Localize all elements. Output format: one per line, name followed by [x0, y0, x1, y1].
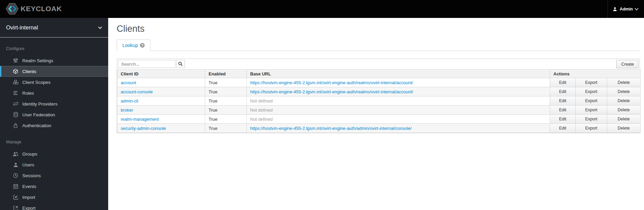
delete-button[interactable]: Delete	[607, 96, 640, 105]
user-menu[interactable]: Admin	[607, 0, 644, 18]
sidebar-nav: ConfigureRealm SettingsClientsClient Sco…	[0, 42, 108, 210]
sidebar-item-label: Users	[22, 162, 34, 167]
client-id-cell: admin-cli	[117, 96, 205, 106]
search-icon	[178, 62, 183, 66]
actions-cell: EditExportDelete	[550, 106, 641, 115]
keycloak-logo[interactable]: KEYCLOAK	[5, 3, 62, 15]
delete-button[interactable]: Delete	[607, 106, 640, 114]
column-header-client-id: Client ID	[117, 70, 205, 78]
chevron-down-icon	[98, 25, 102, 29]
sidebar: Ovirt-internal ConfigureRealm SettingsCl…	[0, 18, 108, 210]
page-title: Clients	[117, 24, 640, 34]
sidebar-item-label: Realm Settings	[22, 58, 53, 63]
tab-lookup-label: Lookup	[122, 43, 138, 48]
create-button[interactable]: Create	[616, 60, 639, 68]
sidebar-item-client-scopes[interactable]: Client Scopes	[0, 77, 108, 88]
actions-cell: EditExportDelete	[550, 115, 641, 124]
export-button[interactable]: Export	[575, 87, 607, 96]
base-url-link[interactable]: https://hostvm-engine-455-2.lgsm.int/ovi…	[250, 126, 412, 131]
tab-lookup[interactable]: Lookup ?	[117, 40, 150, 51]
client-id-link[interactable]: admin-cli	[121, 98, 138, 103]
client-id-link[interactable]: broker	[121, 108, 133, 113]
client-id-cell: security-admin-console	[117, 124, 205, 133]
delete-button[interactable]: Delete	[607, 115, 640, 123]
sidebar-item-groups[interactable]: Groups	[0, 148, 108, 159]
cubes-icon	[13, 79, 19, 85]
users-icon	[13, 151, 19, 157]
sidebar-item-export[interactable]: Export	[0, 203, 108, 210]
clock-icon	[13, 173, 19, 179]
sidebar-item-identity-providers[interactable]: Identity Providers	[0, 98, 108, 109]
edit-button[interactable]: Edit	[550, 115, 575, 123]
user-icon	[13, 162, 19, 168]
sidebar-item-realm-settings[interactable]: Realm Settings	[0, 55, 108, 66]
sidebar-item-label: Groups	[22, 151, 37, 157]
cube-icon	[13, 69, 19, 74]
column-header-base-url: Base URL	[247, 70, 550, 78]
sidebar-item-users[interactable]: Users	[0, 159, 108, 170]
nav-section-configure: ConfigureRealm SettingsClientsClient Sco…	[0, 42, 108, 131]
export-button[interactable]: Export	[575, 78, 607, 87]
base-url-cell: https://hostvm-engine-455-2.lgsm.int/ovi…	[247, 87, 550, 96]
client-id-link[interactable]: account	[121, 80, 136, 85]
sidebar-item-label: Export	[22, 206, 35, 210]
sidebar-item-authentication[interactable]: Authentication	[0, 120, 108, 131]
edit-button[interactable]: Edit	[550, 124, 575, 133]
delete-button[interactable]: Delete	[607, 87, 640, 96]
sidebar-item-label: Sessions	[22, 173, 41, 178]
base-url-cell: https://hostvm-engine-455-2.lgsm.int/ovi…	[247, 124, 550, 133]
edit-button[interactable]: Edit	[550, 87, 575, 96]
database-icon	[13, 112, 19, 118]
question-icon[interactable]: ?	[140, 43, 145, 48]
edit-button[interactable]: Edit	[550, 78, 575, 87]
sliders-icon	[13, 58, 19, 64]
main-content: Clients Lookup ? Create Client IDEnabled…	[108, 18, 644, 210]
exchange-icon	[13, 101, 19, 107]
edit-button[interactable]: Edit	[550, 96, 575, 105]
base-url-link[interactable]: https://hostvm-engine-455-2.lgsm.int/ovi…	[250, 89, 413, 94]
sidebar-item-label: User Federation	[22, 112, 55, 117]
table-header-row: Client IDEnabledBase URLActions	[117, 70, 641, 78]
delete-button[interactable]: Delete	[607, 78, 640, 87]
clients-table: Client IDEnabledBase URLActions accountT…	[117, 69, 641, 133]
base-url-not-defined: Not defined	[250, 98, 273, 103]
delete-button[interactable]: Delete	[607, 124, 640, 133]
actions-cell: EditExportDelete	[550, 87, 641, 96]
column-header-enabled: Enabled	[205, 70, 247, 78]
table-row: realm-managementTrueNot definedEditExpor…	[117, 115, 641, 124]
base-url-link[interactable]: https://hostvm-engine-455-2.lgsm.int/ovi…	[250, 80, 413, 85]
brand-text: KEYCLOAK	[21, 5, 62, 13]
search-input[interactable]	[118, 60, 175, 68]
sidebar-item-roles[interactable]: Roles	[0, 88, 108, 98]
export-button[interactable]: Export	[575, 124, 607, 133]
export-button[interactable]: Export	[575, 115, 607, 123]
sidebar-item-clients[interactable]: Clients	[0, 66, 108, 77]
base-url-not-defined: Not defined	[250, 117, 273, 122]
edit-button[interactable]: Edit	[550, 106, 575, 114]
sidebar-item-label: Authentication	[22, 123, 51, 128]
nav-section-label: Configure	[0, 42, 108, 55]
nav-section-label: Manage	[0, 136, 108, 148]
lock-icon	[13, 123, 19, 129]
sidebar-item-sessions[interactable]: Sessions	[0, 170, 108, 181]
user-menu-label: Admin	[620, 7, 633, 11]
search-button[interactable]	[176, 60, 185, 68]
sidebar-item-user-federation[interactable]: User Federation	[0, 109, 108, 120]
client-id-cell: account	[117, 78, 205, 87]
sidebar-item-import[interactable]: Import	[0, 192, 108, 203]
sidebar-item-events[interactable]: Events	[0, 181, 108, 192]
base-url-not-defined: Not defined	[250, 108, 273, 113]
client-id-link[interactable]: security-admin-console	[121, 126, 166, 131]
nav-section-manage: ManageGroupsUsersSessionsEventsImportExp…	[0, 136, 108, 210]
keycloak-hexagon-icon	[5, 3, 19, 15]
enabled-cell: True	[205, 115, 247, 124]
base-url-cell: Not defined	[247, 96, 550, 106]
export-icon	[13, 205, 19, 210]
client-id-link[interactable]: account-console	[121, 89, 153, 94]
base-url-cell: Not defined	[247, 106, 550, 115]
client-id-cell: account-console	[117, 87, 205, 96]
export-button[interactable]: Export	[575, 106, 607, 114]
realm-selector[interactable]: Ovirt-internal	[0, 18, 108, 38]
client-id-link[interactable]: realm-management	[121, 117, 159, 122]
export-button[interactable]: Export	[575, 96, 607, 105]
